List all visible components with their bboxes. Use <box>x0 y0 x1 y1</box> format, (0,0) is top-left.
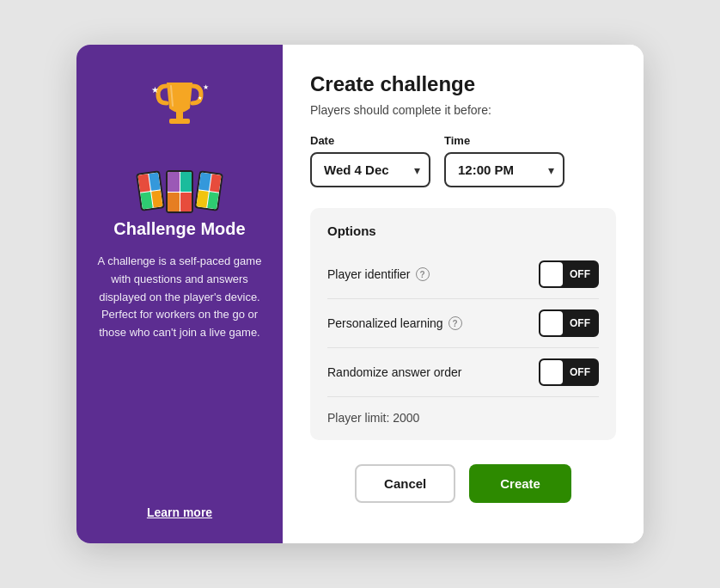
right-panel: Create challenge Players should complete… <box>283 45 644 543</box>
date-label: Date <box>310 134 430 147</box>
svg-text:★: ★ <box>151 85 159 95</box>
date-select-wrapper: Wed 4 Dec Thu 5 Dec Fri 6 Dec ▾ <box>310 152 430 187</box>
create-button[interactable]: Create <box>469 464 571 503</box>
trophy-illustration: ★ ★ ★ <box>128 76 231 153</box>
player-identifier-label: Player identifier ? <box>327 267 430 281</box>
phone-right <box>194 170 223 211</box>
time-select-wrapper: 12:00 PM 1:00 PM 2:00 PM ▾ <box>444 152 564 187</box>
randomize-answer-toggle[interactable]: OFF <box>539 358 599 386</box>
options-title: Options <box>327 224 599 238</box>
personalized-learning-toggle[interactable]: OFF <box>539 309 599 337</box>
dialog-title: Create challenge <box>310 72 616 96</box>
personalized-learning-toggle-label: OFF <box>563 317 597 329</box>
time-field-group: Time 12:00 PM 1:00 PM 2:00 PM ▾ <box>444 134 564 187</box>
personalized-learning-help-icon[interactable]: ? <box>448 316 462 330</box>
toggle-thumb <box>540 262 563 286</box>
player-identifier-row: Player identifier ? OFF <box>327 250 599 299</box>
time-select[interactable]: 12:00 PM 1:00 PM 2:00 PM <box>444 152 564 187</box>
left-panel-top: ★ ★ ★ <box>97 76 262 342</box>
player-identifier-help-icon[interactable]: ? <box>416 267 430 281</box>
player-limit-text: Player limit: 2000 <box>327 411 419 425</box>
phone-left <box>136 170 165 211</box>
player-identifier-toggle[interactable]: OFF <box>539 260 599 288</box>
dialog-subtitle: Players should complete it before: <box>310 103 616 117</box>
phone-center <box>166 170 193 213</box>
personalized-learning-label: Personalized learning ? <box>327 316 462 330</box>
date-field-group: Date Wed 4 Dec Thu 5 Dec Fri 6 Dec ▾ <box>310 134 430 187</box>
phones-illustration <box>138 170 221 213</box>
cancel-button[interactable]: Cancel <box>355 464 455 503</box>
date-time-row: Date Wed 4 Dec Thu 5 Dec Fri 6 Dec ▾ Tim… <box>310 134 616 187</box>
randomize-answer-row: Randomize answer order OFF <box>327 348 599 397</box>
left-panel: ★ ★ ★ <box>76 45 283 543</box>
svg-text:★: ★ <box>203 83 209 91</box>
options-section: Options Player identifier ? OFF Personal… <box>310 208 616 440</box>
personalized-learning-row: Personalized learning ? OFF <box>327 299 599 348</box>
mode-description: A challenge is a self-paced game with qu… <box>97 253 262 342</box>
date-select[interactable]: Wed 4 Dec Thu 5 Dec Fri 6 Dec <box>310 152 430 187</box>
randomize-answer-toggle-label: OFF <box>563 366 597 378</box>
svg-rect-0 <box>176 108 183 119</box>
create-challenge-dialog: ★ ★ ★ <box>76 45 644 543</box>
mode-title: Challenge Mode <box>113 218 245 239</box>
player-identifier-toggle-label: OFF <box>563 268 597 280</box>
dialog-footer: Cancel Create <box>310 457 616 503</box>
learn-more-link[interactable]: Learn more <box>147 505 212 519</box>
randomize-answer-label: Randomize answer order <box>327 365 461 379</box>
toggle-thumb-2 <box>540 311 563 335</box>
time-label: Time <box>444 134 564 147</box>
player-limit-row: Player limit: 2000 <box>327 397 599 425</box>
svg-rect-1 <box>169 119 190 124</box>
svg-text:★: ★ <box>198 95 202 101</box>
toggle-thumb-3 <box>540 360 563 384</box>
trophy-icon: ★ ★ ★ <box>128 76 231 153</box>
